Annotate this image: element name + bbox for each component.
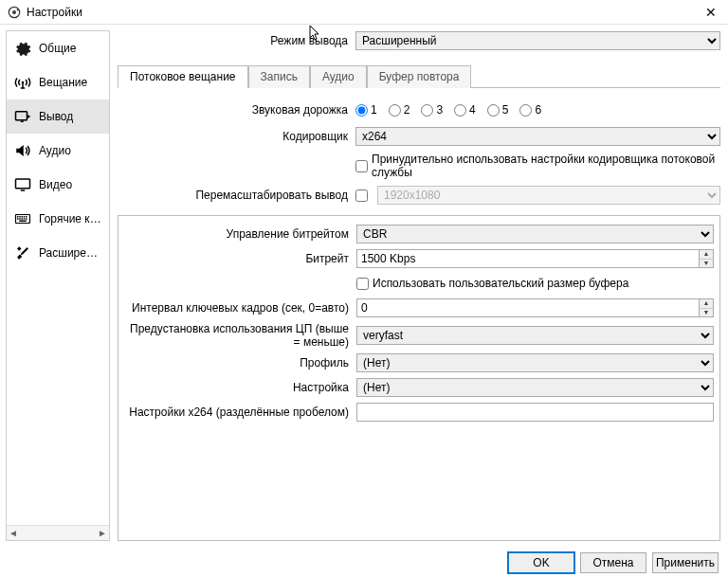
- cancel-button[interactable]: Отмена: [580, 552, 646, 573]
- track-3-radio[interactable]: [421, 104, 433, 117]
- tune-select[interactable]: (Нет): [356, 378, 714, 397]
- track-2-radio[interactable]: [389, 104, 401, 117]
- x264opts-label: Настройки x264 (разделённые пробелом): [124, 406, 351, 419]
- close-icon[interactable]: ✕: [701, 5, 720, 20]
- encoder-label: Кодировщик: [118, 130, 350, 143]
- ok-button[interactable]: OK: [508, 552, 574, 573]
- svg-rect-15: [24, 218, 26, 220]
- scroll-right-icon[interactable]: ►: [98, 528, 107, 538]
- svg-rect-12: [17, 218, 19, 220]
- tune-label: Настройка: [124, 381, 351, 394]
- svg-rect-14: [22, 218, 24, 220]
- output-mode-select[interactable]: Расширенный: [355, 31, 720, 50]
- svg-rect-4: [16, 112, 27, 120]
- sidebar-item-video[interactable]: Видео: [7, 168, 109, 202]
- tab-streaming[interactable]: Потоковое вещание: [118, 65, 248, 88]
- sidebar-item-hotkeys[interactable]: Горячие клави...: [7, 202, 109, 236]
- custom-buffer-label: Использовать пользовательский размер буф…: [373, 277, 628, 290]
- tab-recording[interactable]: Запись: [248, 65, 310, 88]
- encoder-settings-panel: Управление битрейтом CBR Битрейт ▲▼ Испо…: [118, 215, 720, 541]
- app-icon: [8, 6, 21, 19]
- scroll-left-icon[interactable]: ◄: [9, 528, 18, 538]
- svg-rect-9: [22, 216, 24, 218]
- sidebar-item-output[interactable]: Вывод: [7, 99, 109, 134]
- x264opts-input[interactable]: [356, 403, 714, 422]
- rate-control-label: Управление битрейтом: [124, 227, 351, 241]
- content-area: Режим вывода Расширенный Потоковое вещан…: [110, 25, 728, 547]
- bitrate-input[interactable]: [356, 249, 699, 268]
- keyframe-input[interactable]: [356, 298, 699, 317]
- sidebar-item-audio[interactable]: Аудио: [7, 134, 109, 168]
- sidebar-item-label: Расширенные: [39, 246, 103, 260]
- antenna-icon: [12, 73, 33, 92]
- speaker-icon: [12, 141, 33, 160]
- custom-buffer-checkbox[interactable]: [356, 278, 369, 290]
- profile-select[interactable]: (Нет): [356, 353, 714, 372]
- bitrate-label: Битрейт: [124, 252, 351, 265]
- title-bar: Настройки ✕: [0, 0, 728, 25]
- enforce-checkbox[interactable]: [355, 160, 368, 172]
- svg-rect-13: [19, 218, 21, 220]
- window-title: Настройки: [27, 6, 701, 19]
- sidebar-item-stream[interactable]: Вещание: [7, 65, 109, 99]
- svg-rect-11: [26, 216, 27, 218]
- output-tabs: Потоковое вещание Запись Аудио Буфер пов…: [118, 64, 720, 88]
- keyboard-icon: [12, 209, 33, 228]
- tools-icon: [12, 243, 33, 262]
- enforce-label: Принудительно использовать настройки код…: [372, 153, 720, 179]
- track-1-radio[interactable]: [355, 104, 368, 117]
- tab-replay[interactable]: Буфер повтора: [367, 65, 472, 88]
- svg-point-2: [17, 9, 19, 10]
- track-4-radio[interactable]: [454, 104, 466, 117]
- track-6-radio[interactable]: [519, 104, 532, 117]
- encoder-select[interactable]: x264: [355, 127, 720, 146]
- profile-label: Профиль: [124, 356, 351, 370]
- output-icon: [12, 107, 33, 126]
- sidebar-item-general[interactable]: Общие: [7, 31, 109, 65]
- keyframe-label: Интервал ключевых кадров (сек, 0=авто): [124, 301, 351, 315]
- keyframe-spin[interactable]: ▲▼: [699, 298, 714, 317]
- track-5-radio[interactable]: [487, 104, 500, 117]
- gear-icon: [12, 39, 33, 58]
- preset-select[interactable]: veryfast: [356, 326, 714, 345]
- svg-rect-17: [19, 221, 27, 223]
- sidebar-item-advanced[interactable]: Расширенные: [7, 236, 109, 270]
- preset-label: Предустановка использования ЦП (выше = м…: [124, 322, 351, 349]
- svg-rect-7: [17, 216, 19, 218]
- svg-rect-5: [16, 179, 30, 189]
- output-mode-label: Режим вывода: [118, 34, 350, 47]
- sidebar-item-label: Видео: [39, 178, 72, 191]
- monitor-icon: [12, 175, 33, 194]
- rescale-checkbox[interactable]: [355, 189, 368, 202]
- audio-track-label: Звуковая дорожка: [118, 103, 350, 117]
- sidebar-item-label: Горячие клави...: [39, 212, 103, 225]
- svg-rect-8: [19, 216, 21, 218]
- svg-rect-16: [26, 218, 27, 220]
- sidebar-item-label: Аудио: [39, 144, 71, 157]
- sidebar: Общие Вещание Вывод Аудио: [6, 30, 110, 541]
- rescale-label: Перемасштабировать вывод: [118, 189, 350, 202]
- sidebar-item-label: Вывод: [39, 110, 73, 123]
- dialog-footer: OK Отмена Применить: [0, 547, 728, 577]
- bitrate-spin[interactable]: ▲▼: [699, 249, 714, 268]
- sidebar-item-label: Вещание: [39, 76, 87, 89]
- rate-control-select[interactable]: CBR: [356, 225, 714, 243]
- rescale-select: 1920x1080: [377, 186, 720, 205]
- audio-track-group: 1 2 3 4 5 6: [355, 103, 720, 117]
- sidebar-scrollbar[interactable]: ◄ ►: [7, 525, 109, 540]
- apply-button[interactable]: Применить: [652, 552, 719, 573]
- sidebar-item-label: Общие: [39, 42, 76, 55]
- svg-rect-10: [24, 216, 26, 218]
- svg-point-1: [12, 10, 16, 14]
- tab-audio[interactable]: Аудио: [310, 65, 367, 88]
